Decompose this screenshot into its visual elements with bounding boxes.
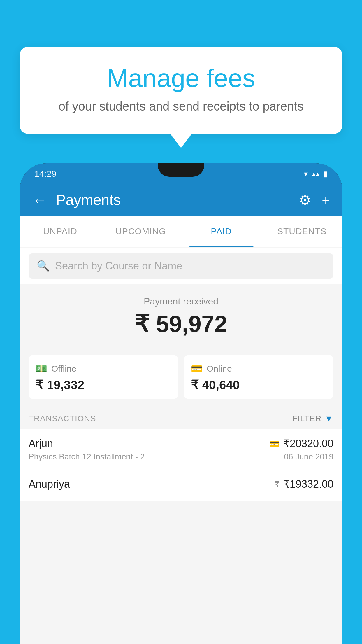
offline-label: Offline [51,364,76,374]
transactions-label: TRANSACTIONS [29,414,96,423]
tabs-bar: UNPAID UPCOMING PAID STUDENTS [20,216,342,247]
transaction-amount-row: 💳 ₹20320.00 [269,438,333,450]
add-icon[interactable]: + [322,192,330,208]
transaction-list: Arjun Physics Batch 12 Installment - 2 💳… [20,429,342,501]
status-time: 14:29 [34,169,56,179]
cash-payment-icon: ₹ [274,480,280,489]
tab-students[interactable]: STUDENTS [262,216,342,247]
search-input[interactable]: Search by Course or Name [55,260,182,272]
search-container: 🔍 Search by Course or Name [20,248,342,284]
status-bar: 14:29 ▾ ▴▴ ▮ [20,163,342,184]
filter-icon: ▼ [324,414,333,424]
table-row[interactable]: Anupriya ₹ ₹19332.00 [20,470,342,501]
offline-card-header: 💵 Offline [36,363,171,374]
tab-upcoming[interactable]: UPCOMING [101,216,181,247]
transactions-header: TRANSACTIONS FILTER ▼ [20,408,342,429]
transaction-amount-row: ₹ ₹19332.00 [274,478,333,490]
speech-bubble-title: Manage fees [34,64,328,92]
transaction-name: Anupriya [29,478,70,490]
offline-card: 💵 Offline ₹ 19,332 [29,355,178,399]
offline-amount: ₹ 19,332 [36,378,171,392]
settings-icon[interactable]: ⚙ [299,192,311,208]
phone-notch [158,163,204,177]
search-icon: 🔍 [37,260,50,272]
online-icon: 💳 [191,363,203,374]
transaction-name: Arjun [29,438,145,450]
online-amount: ₹ 40,640 [191,378,326,392]
payment-received-label: Payment received [29,296,333,307]
back-button[interactable]: ← [32,191,47,209]
card-payment-icon: 💳 [269,439,280,449]
transaction-left: Anupriya [29,478,70,493]
transaction-amount: ₹19332.00 [283,478,333,490]
transaction-detail: Physics Batch 12 Installment - 2 [29,452,145,461]
payment-total-amount: ₹ 59,972 [29,310,333,337]
tab-paid[interactable]: PAID [181,216,262,247]
online-label: Online [207,364,232,374]
transaction-right: ₹ ₹19332.00 [274,478,333,493]
phone-screen: UNPAID UPCOMING PAID STUDENTS 🔍 Search b… [20,216,342,644]
table-row[interactable]: Arjun Physics Batch 12 Installment - 2 💳… [20,429,342,470]
payment-cards: 💵 Offline ₹ 19,332 💳 Online ₹ 40,640 [20,355,342,408]
speech-bubble-subtitle: of your students and send receipts to pa… [34,99,328,113]
filter-button[interactable]: FILTER ▼ [292,414,333,424]
status-icons: ▾ ▴▴ ▮ [304,169,328,178]
payment-summary: Payment received ₹ 59,972 [20,284,342,355]
online-card-header: 💳 Online [191,363,326,374]
online-card: 💳 Online ₹ 40,640 [184,355,333,399]
header-title: Payments [56,192,290,209]
offline-icon: 💵 [36,363,47,374]
signal-icon: ▴▴ [312,169,319,178]
transaction-date: 06 June 2019 [269,452,333,461]
filter-label: FILTER [292,414,321,423]
app-header: ← Payments ⚙ + [20,184,342,216]
transaction-right: 💳 ₹20320.00 06 June 2019 [269,438,333,461]
speech-bubble-card: Manage fees of your students and send re… [20,47,342,134]
transaction-left: Arjun Physics Batch 12 Installment - 2 [29,438,145,461]
transaction-amount: ₹20320.00 [283,438,333,450]
tab-unpaid[interactable]: UNPAID [20,216,101,247]
wifi-icon: ▾ [304,169,308,178]
search-bar[interactable]: 🔍 Search by Course or Name [29,253,333,279]
battery-icon: ▮ [324,169,328,178]
phone-frame: 14:29 ▾ ▴▴ ▮ ← Payments ⚙ + UNPAID UPCOM… [20,163,342,644]
header-actions: ⚙ + [299,192,330,208]
